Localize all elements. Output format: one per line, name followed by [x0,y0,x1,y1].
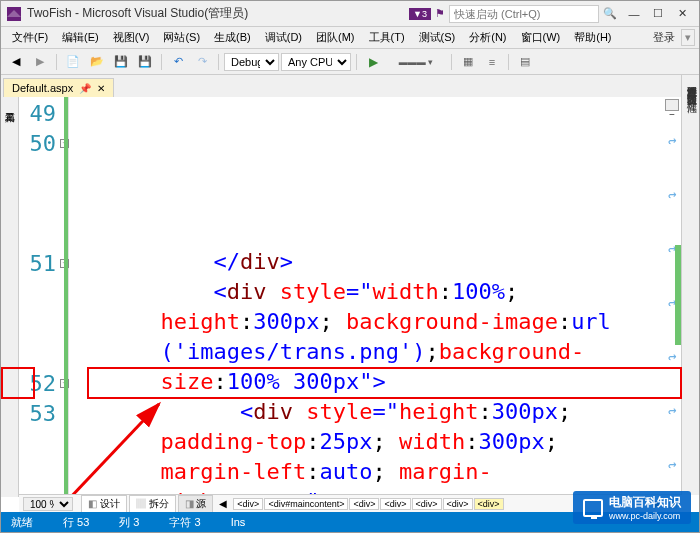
menu-item[interactable]: 团队(M) [309,27,362,48]
element-breadcrumb: <div><div#maincontent><div><div><div><di… [233,498,648,510]
fold-icon[interactable]: − [60,139,69,148]
line-number [19,159,68,189]
nav-back-button[interactable]: ◀ [5,52,27,72]
change-indicator-icon [675,245,681,345]
window-title: TwoFish - Microsoft Visual Studio(管理员) [27,5,409,22]
line-number [19,189,68,219]
breadcrumb-item[interactable]: <div> [412,498,442,510]
view-split-button[interactable]: ▥ 拆分 [129,495,176,513]
tab-label: Default.aspx [12,82,73,94]
editor-footer: 100 % ◧ 设计 ▥ 拆分 ◨ 源 ◀ <div><div#maincont… [19,494,681,512]
line-number [19,459,68,489]
menu-item[interactable]: 帮助(H) [567,27,618,48]
maximize-button[interactable]: ☐ [647,5,669,23]
code-editor[interactable]: 4950−51−52−53 — ↩ ↩ ↩ ↩ ↩ ↩ ↩ </div> <di… [19,97,681,494]
code-line[interactable]: <div style="width:100%; [81,277,681,307]
line-number: 51− [19,249,68,279]
fold-icon[interactable]: − [60,379,69,388]
open-file-button[interactable]: 📂 [86,52,108,72]
menu-item[interactable]: 编辑(E) [55,27,106,48]
breadcrumb-item[interactable]: <div> [233,498,263,510]
nav-forward-button[interactable]: ▶ [29,52,51,72]
line-number [19,339,68,369]
undo-button[interactable]: ↶ [167,52,189,72]
config-combo[interactable]: Debug [224,53,279,71]
menu-item[interactable]: 生成(B) [207,27,258,48]
code-line[interactable]: height:300px; background-image:url [81,307,681,337]
line-number [19,219,68,249]
left-tool-rail: 工具箱 [1,97,19,497]
breadcrumb-item[interactable]: <div> [474,498,504,510]
status-bar: 就绪 行 53 列 3 字符 3 Ins [1,512,699,532]
indicator-arrow-icon: ↩ [668,397,676,427]
indicator-arrow-icon: ↩ [668,127,676,157]
save-all-button[interactable]: 💾 [134,52,156,72]
title-center: ▼3 ⚑ 🔍 [409,5,617,23]
platform-combo[interactable]: Any CPU [281,53,351,71]
toolbox-tab[interactable]: 工具箱 [1,101,19,109]
view-source-button[interactable]: ◨ 源 [178,495,214,513]
code-area[interactable]: — ↩ ↩ ↩ ↩ ↩ ↩ ↩ </div> <div style="width… [69,97,681,494]
team-explorer-tab[interactable]: 团队资源管理器 [682,83,700,91]
line-number [19,309,68,339]
view-design-button[interactable]: ◧ 设计 [81,495,127,513]
document-tabs: Default.aspx 📌 ✕ [1,75,699,97]
breadcrumb-scroll-left[interactable]: ◀ [215,498,231,509]
menu-item[interactable]: 分析(N) [462,27,513,48]
pin-icon[interactable]: 📌 [79,83,91,94]
menu-item[interactable]: 视图(V) [106,27,157,48]
code-line[interactable]: right:auto;"> [81,487,681,494]
document-tab-active[interactable]: Default.aspx 📌 ✕ [3,78,114,97]
minimize-button[interactable]: — [623,5,645,23]
indicator-arrow-icon: ↩ [668,343,676,373]
line-number [19,279,68,309]
tab-close-icon[interactable]: ✕ [97,83,105,94]
user-dropdown-icon[interactable]: ▾ [681,29,695,46]
indicator-arrow-icon: ↩ [668,181,676,211]
code-line[interactable]: padding-top:25px; width:300px; [81,427,681,457]
start-debug-button[interactable]: ▶ [362,52,384,72]
code-line[interactable]: margin-left:auto; margin- [81,457,681,487]
browser-dropdown[interactable]: ▬▬▬ ▾ [386,52,446,72]
line-number: 49 [19,99,68,129]
save-button[interactable]: 💾 [110,52,132,72]
menu-item[interactable]: 调试(D) [258,27,309,48]
title-bar: TwoFish - Microsoft Visual Studio(管理员) ▼… [1,1,699,27]
breadcrumb-item[interactable]: <div> [443,498,473,510]
status-ready: 就绪 [11,515,33,530]
redo-button[interactable]: ↷ [191,52,213,72]
menu-item[interactable]: 网站(S) [156,27,207,48]
indicator-arrow-icon: ↩ [668,451,676,481]
status-ins: Ins [231,516,246,528]
menu-item[interactable]: 窗口(W) [514,27,568,48]
quick-launch-input[interactable] [449,5,599,23]
footer-resize-icon[interactable]: ▣ [668,498,677,509]
breadcrumb-item[interactable]: <div> [380,498,410,510]
code-line[interactable]: size:100% 300px"> [81,367,681,397]
zoom-combo[interactable]: 100 % [23,497,73,511]
flag-icon[interactable]: ⚑ [435,7,445,20]
tb-icon-2[interactable]: ≡ [481,52,503,72]
code-line[interactable]: ('images/trans.png');background- [81,337,681,367]
breadcrumb-item[interactable]: <div#maincontent> [264,498,348,510]
code-line[interactable]: <div style="height:300px; [81,397,681,427]
close-button[interactable]: ✕ [671,5,693,23]
breadcrumb-item[interactable]: <div> [349,498,379,510]
sign-in-link[interactable]: 登录 [653,30,675,45]
solution-explorer-tab[interactable]: 解决方案资源管理器 [682,75,700,83]
menu-item[interactable]: 文件(F) [5,27,55,48]
properties-tab[interactable]: 属性 [682,91,700,99]
breadcrumb-scroll-right[interactable]: ▶ [650,498,666,509]
tb-icon-3[interactable]: ▤ [514,52,536,72]
tb-icon-1[interactable]: ▦ [457,52,479,72]
notification-badge[interactable]: ▼3 [409,8,431,20]
search-icon[interactable]: 🔍 [603,7,617,20]
menu-item[interactable]: 测试(S) [412,27,463,48]
line-number: 50− [19,129,68,159]
right-tool-rail: 解决方案资源管理器 团队资源管理器 属性 [681,75,699,495]
code-line[interactable]: </div> [81,247,681,277]
new-file-button[interactable]: 📄 [62,52,84,72]
menu-item[interactable]: 工具(T) [362,27,412,48]
gutter-highlight-annotation [1,367,35,399]
fold-icon[interactable]: − [60,259,69,268]
